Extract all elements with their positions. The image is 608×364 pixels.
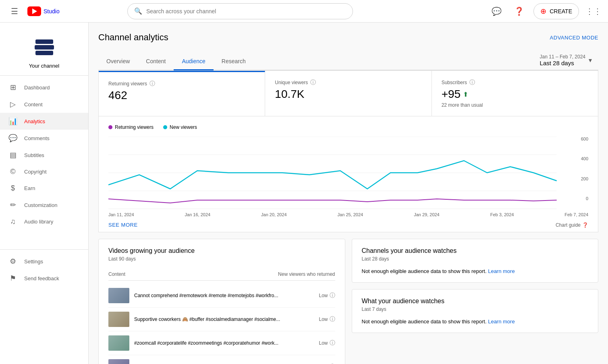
info-icon[interactable]: ⓘ (149, 80, 155, 87)
tab-audience[interactable]: Audience (174, 53, 213, 70)
sidebar-item-comments[interactable]: 💬 Comments (0, 130, 88, 147)
sidebar-item-send-feedback[interactable]: ⚑ Send feedback (0, 270, 88, 287)
tab-research[interactable]: Research (214, 53, 254, 70)
channels-learn-more-link[interactable]: Learn more (488, 268, 515, 274)
sidebar-item-label: Audio library (24, 219, 53, 225)
advanced-mode-button[interactable]: ADVANCED MODE (550, 35, 598, 41)
sidebar-item-label: Copyright (24, 169, 47, 175)
sidebar-item-audio-library[interactable]: ♫ Audio library (0, 213, 88, 230)
x-label-3: Jan 25, 2024 (338, 212, 363, 217)
chart-legend: Returning viewers New viewers (108, 124, 588, 130)
stat-label-subscribers: Subscribers ⓘ (442, 79, 588, 86)
chart-svg (108, 136, 588, 209)
table-header: Content New viewers who returned (108, 268, 335, 281)
tab-content[interactable]: Content (138, 53, 174, 70)
sidebar: Your channel ⊞ Dashboard ▷ Content 📊 Ana… (0, 23, 89, 364)
channel-name: Your channel (29, 63, 59, 69)
search-input[interactable] (146, 8, 346, 14)
search-icon: 🔍 (134, 7, 142, 15)
feedback-icon: ⚑ (8, 274, 18, 283)
main-content: Channel analytics ADVANCED MODE Overview… (89, 23, 608, 364)
video-title: Cannot comprehend #remotework #remote #r… (134, 293, 314, 298)
apps-icon: ⋮⋮ (585, 6, 602, 16)
sidebar-item-content[interactable]: ▷ Content (0, 96, 88, 113)
hamburger-icon: ☰ (11, 6, 18, 16)
info-icon-video1[interactable]: ⓘ (330, 316, 335, 323)
bottom-section: Videos growing your audience Last 90 day… (98, 239, 598, 364)
sidebar-item-label: Subtitles (24, 152, 44, 158)
what-watches-panel: What your audience watches Last 7 days N… (352, 289, 599, 333)
chart-area: Returning viewers New viewers 600 400 20… (98, 116, 598, 232)
info-icon-unique[interactable]: ⓘ (310, 79, 316, 86)
sidebar-item-label: Send feedback (24, 275, 59, 281)
search-bar[interactable]: 🔍 (127, 3, 353, 19)
logo-link[interactable]: Studio (27, 6, 60, 16)
sidebar-item-subtitles[interactable]: ▤ Subtitles (0, 147, 88, 163)
tabs-left: Overview Content Audience Research (98, 53, 254, 70)
stat-card-subscribers[interactable]: Subscribers ⓘ +95 ⬆ 22 more than usual (432, 71, 598, 116)
what-watches-learn-more-link[interactable]: Learn more (488, 318, 515, 325)
customization-icon: ✏ (8, 201, 18, 209)
info-icon-video2[interactable]: ⓘ (330, 339, 335, 347)
videos-growing-sub: Last 90 days (108, 256, 335, 262)
apps-icon-button[interactable]: ⋮⋮ (585, 3, 602, 19)
date-range-picker[interactable]: Jan 11 – Feb 7, 2024 Last 28 days ▾ (533, 51, 598, 70)
info-icon-subscribers[interactable]: ⓘ (469, 79, 475, 86)
tab-overview[interactable]: Overview (98, 53, 138, 70)
sidebar-item-dashboard[interactable]: ⊞ Dashboard (0, 79, 88, 96)
svg-rect-0 (35, 39, 53, 44)
comments-icon: 💬 (492, 6, 502, 16)
create-label: CREATE (550, 8, 572, 14)
y-label-200: 200 (574, 176, 588, 181)
sidebar-item-label: Earn (24, 185, 35, 191)
dashboard-icon: ⊞ (8, 83, 18, 92)
chart-guide-label: Chart guide (556, 222, 581, 228)
video-thumbnail (108, 312, 129, 327)
menu-button[interactable]: ☰ (6, 3, 23, 19)
channel-avatar (32, 35, 56, 60)
video-row[interactable]: Cannot comprehend #remotework #remote #r… (108, 284, 335, 308)
create-plus-icon: ⊕ (540, 7, 546, 16)
video-thumbnail (108, 359, 129, 364)
chart-guide-button[interactable]: Chart guide ❓ (556, 222, 588, 228)
sidebar-item-label: Settings (24, 259, 43, 265)
what-watches-sub: Last 7 days (362, 306, 589, 312)
stat-value-unique: 10.7K (275, 88, 421, 101)
date-range-value: Last 28 days (540, 60, 585, 66)
sidebar-item-earn[interactable]: $ Earn (0, 180, 88, 196)
comments-icon-button[interactable]: 💬 (488, 3, 504, 19)
sidebar-item-label: Customization (24, 202, 57, 208)
sidebar-item-copyright[interactable]: © Copyright (0, 163, 88, 180)
y-label-0: 0 (574, 196, 588, 201)
content-icon: ▷ (8, 100, 18, 109)
video-badge: Low ⓘ (319, 292, 335, 299)
sidebar-item-analytics[interactable]: 📊 Analytics (0, 113, 88, 130)
stat-card-unique-viewers[interactable]: Unique viewers ⓘ 10.7K (265, 71, 432, 116)
sidebar-item-label: Comments (24, 135, 50, 141)
video-row[interactable]: #zoomcall #corporatelife #zoommeetings #… (108, 331, 335, 355)
help-icon: ❓ (514, 6, 524, 16)
legend-new: New viewers (163, 124, 197, 130)
y-label-600: 600 (574, 136, 588, 141)
sidebar-item-settings[interactable]: ⚙ Settings (0, 253, 88, 270)
x-label-5: Feb 3, 2024 (490, 212, 514, 217)
date-range-label: Jan 11 – Feb 7, 2024 (540, 54, 585, 60)
channel-info: Your channel (0, 29, 88, 76)
see-more-button[interactable]: SEE MORE (108, 222, 138, 228)
video-row[interactable]: Try out Buffer's AI Assistant #ai #aitoo… (108, 355, 335, 364)
video-title: Supportive coworkers 🙈 #buffer #socialme… (134, 316, 314, 322)
sidebar-item-customization[interactable]: ✏ Customization (0, 196, 88, 213)
header-left: ☰ Studio (6, 3, 60, 19)
chart-footer: SEE MORE Chart guide ❓ (108, 222, 588, 228)
col-viewers-label: New viewers who returned (278, 271, 335, 277)
legend-label-returning: Returning viewers (115, 124, 154, 130)
video-row[interactable]: Supportive coworkers 🙈 #buffer #socialme… (108, 308, 335, 331)
videos-growing-panel: Videos growing your audience Last 90 day… (98, 239, 345, 364)
video-title: #zoomcall #corporatelife #zoommeetings #… (134, 340, 314, 346)
date-picker-text: Jan 11 – Feb 7, 2024 Last 28 days (540, 54, 585, 66)
stat-value-subscribers: +95 ⬆ (442, 88, 588, 101)
create-button[interactable]: ⊕ CREATE (533, 3, 579, 19)
help-icon-button[interactable]: ❓ (511, 3, 527, 19)
stat-card-returning-viewers[interactable]: Returning viewers ⓘ 462 (99, 71, 265, 116)
info-icon-video0[interactable]: ⓘ (330, 292, 335, 299)
